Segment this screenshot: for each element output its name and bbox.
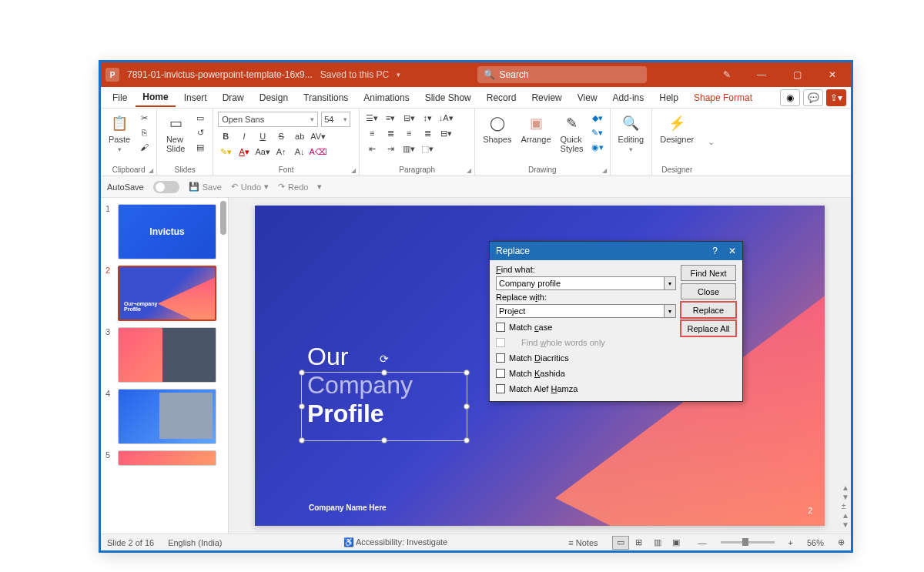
- align-center-button[interactable]: ≣: [383, 127, 398, 139]
- zoom-percent[interactable]: 56%: [807, 538, 824, 547]
- font-name-select[interactable]: Open Sans▾: [218, 112, 318, 127]
- resize-handle[interactable]: [381, 370, 387, 376]
- tab-animations[interactable]: Animations: [357, 89, 416, 106]
- strikethrough-button[interactable]: S: [273, 130, 289, 142]
- find-next-button[interactable]: Find Next: [681, 265, 736, 281]
- share-button[interactable]: ⇪▾: [826, 89, 846, 106]
- tab-record[interactable]: Record: [480, 89, 524, 106]
- normal-view-button[interactable]: ▭: [612, 536, 629, 550]
- resize-handle[interactable]: [299, 403, 305, 410]
- replace-dropdown-icon[interactable]: ▾: [665, 304, 676, 318]
- replace-all-button[interactable]: Replace All: [681, 320, 736, 336]
- justify-button[interactable]: ≣: [420, 127, 435, 139]
- tab-slideshow[interactable]: Slide Show: [418, 89, 478, 106]
- line-spacing-button[interactable]: ↕▾: [420, 112, 435, 124]
- highlight-button[interactable]: ✎▾: [218, 146, 233, 158]
- font-size-select[interactable]: 54▾: [321, 112, 350, 127]
- align-text-button[interactable]: ⊟▾: [438, 127, 454, 139]
- shapes-button[interactable]: ◯Shapes: [480, 112, 514, 146]
- record-button[interactable]: ◉: [780, 89, 800, 106]
- editing-button[interactable]: 🔍Editing▾: [615, 112, 648, 155]
- arrange-button[interactable]: ▣Arrange: [517, 112, 554, 146]
- match-kashida-checkbox[interactable]: Match Kashida: [496, 366, 676, 380]
- zoom-in-button[interactable]: +: [788, 538, 793, 547]
- selected-text-box[interactable]: ⟳: [301, 372, 467, 441]
- sorter-view-button[interactable]: ⊞: [631, 536, 648, 550]
- paste-button[interactable]: 📋Paste▾: [105, 112, 133, 155]
- minimize-button[interactable]: —: [748, 62, 775, 87]
- dialog-title-bar[interactable]: Replace ? ✕: [490, 242, 742, 260]
- tab-home[interactable]: Home: [136, 89, 175, 107]
- slide-thumbnail-1[interactable]: 1: [102, 201, 226, 263]
- undo-button[interactable]: ↶ Undo ▾: [231, 182, 269, 192]
- tab-file[interactable]: File: [105, 89, 134, 106]
- layout-button[interactable]: ▭: [192, 112, 208, 124]
- clear-formatting-button[interactable]: A⌫: [310, 146, 326, 158]
- italic-button[interactable]: I: [236, 130, 252, 142]
- pen-icon[interactable]: ✎: [723, 69, 740, 80]
- bullets-button[interactable]: ☰▾: [364, 112, 380, 124]
- designer-button[interactable]: ⚡Designer: [657, 112, 697, 146]
- slide-thumbnail-3[interactable]: 3: [102, 324, 226, 386]
- tab-draw[interactable]: Draw: [216, 89, 251, 106]
- match-diacritics-checkbox[interactable]: Match Diacritics: [496, 351, 676, 364]
- resize-handle[interactable]: [381, 437, 387, 443]
- tab-addins[interactable]: Add-ins: [606, 89, 651, 106]
- shrink-font-button[interactable]: A↓: [292, 146, 307, 158]
- slide-thumbnail-5[interactable]: 5: [102, 447, 226, 469]
- smartart-button[interactable]: ⬚▾: [420, 142, 435, 155]
- dialog-help-icon[interactable]: ?: [712, 246, 718, 256]
- tab-help[interactable]: Help: [652, 89, 685, 106]
- slideshow-view-button[interactable]: ▣: [668, 536, 685, 550]
- match-alef-hamza-checkbox[interactable]: Match Alef Hamza: [496, 382, 676, 395]
- section-button[interactable]: ▤: [192, 141, 208, 153]
- comments-button[interactable]: 💬: [803, 89, 823, 106]
- copy-button[interactable]: ⎘: [136, 126, 152, 139]
- resize-handle[interactable]: [464, 437, 470, 443]
- tab-transitions[interactable]: Transitions: [296, 89, 355, 106]
- shadow-button[interactable]: ab: [292, 130, 307, 142]
- canvas-nav-arrows[interactable]: ▲▼±▲▼: [842, 483, 849, 529]
- language-status[interactable]: English (India): [168, 538, 222, 547]
- resize-handle[interactable]: [299, 370, 305, 376]
- slide[interactable]: Our Company Profile ⟳ Company Name Here: [255, 206, 825, 526]
- dialog-close-button[interactable]: Close: [681, 283, 736, 299]
- numbering-button[interactable]: ≡▾: [383, 112, 398, 124]
- quick-styles-button[interactable]: ✎Quick Styles: [557, 112, 587, 155]
- shape-effects-button[interactable]: ◉▾: [590, 141, 605, 153]
- slide-thumbnail-4[interactable]: 4: [102, 386, 226, 447]
- shape-fill-button[interactable]: ◆▾: [590, 112, 605, 124]
- find-what-input[interactable]: [496, 276, 665, 290]
- text-direction-button[interactable]: ↓A▾: [438, 112, 454, 124]
- reset-button[interactable]: ↺: [192, 126, 208, 139]
- grow-font-button[interactable]: A↑: [273, 146, 289, 158]
- search-box[interactable]: 🔍 Search: [477, 66, 647, 83]
- save-button[interactable]: 💾Save: [189, 182, 222, 192]
- chevron-down-icon[interactable]: ▾: [397, 71, 400, 79]
- autosave-toggle[interactable]: [153, 181, 179, 193]
- decrease-indent-button[interactable]: ⇤: [364, 142, 380, 155]
- tab-shape-format[interactable]: Shape Format: [687, 89, 759, 106]
- tab-design[interactable]: Design: [253, 89, 295, 106]
- bold-button[interactable]: B: [218, 130, 233, 142]
- underline-button[interactable]: U: [255, 130, 270, 142]
- qat-overflow-button[interactable]: ▾: [317, 182, 322, 192]
- cut-button[interactable]: ✂: [136, 112, 152, 124]
- increase-indent-button[interactable]: ⇥: [383, 142, 398, 155]
- align-left-button[interactable]: ≡: [364, 127, 380, 139]
- format-painter-button[interactable]: 🖌: [136, 141, 152, 153]
- dialog-close-icon[interactable]: ✕: [728, 246, 736, 256]
- replace-with-input[interactable]: [496, 304, 665, 318]
- columns-button[interactable]: ▥▾: [401, 142, 417, 155]
- find-dropdown-icon[interactable]: ▾: [665, 276, 676, 290]
- accessibility-status[interactable]: ♿ Accessibility: Investigate: [343, 537, 448, 547]
- collapse-ribbon-button[interactable]: ⌄: [701, 109, 721, 176]
- replace-button[interactable]: Replace: [681, 302, 736, 318]
- notes-button[interactable]: ≡ Notes: [568, 538, 598, 547]
- match-case-checkbox[interactable]: Match case: [496, 320, 676, 333]
- tab-view[interactable]: View: [571, 89, 604, 106]
- tab-insert[interactable]: Insert: [177, 89, 214, 106]
- redo-button[interactable]: ↷ Redo: [278, 182, 308, 192]
- resize-handle[interactable]: [464, 403, 470, 410]
- zoom-slider[interactable]: [721, 541, 775, 544]
